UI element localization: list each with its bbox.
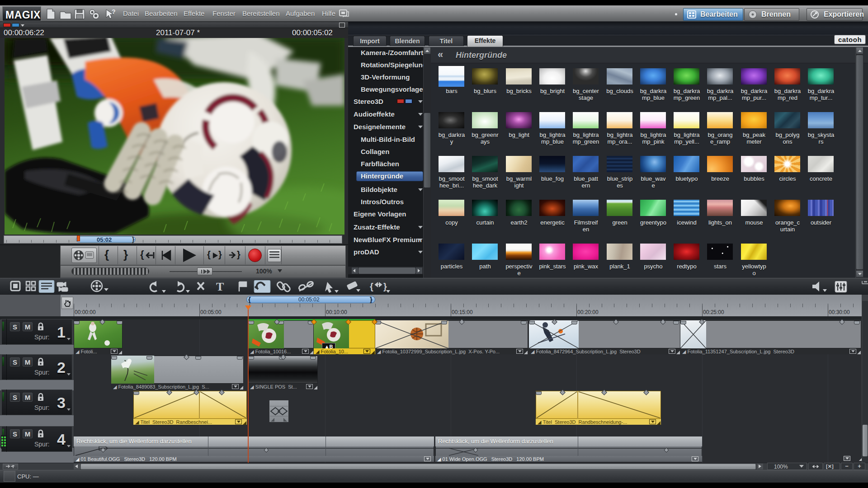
svg-text:?: ? [112,8,116,15]
svg-text:T: T [216,280,224,293]
svg-text:{: { [370,282,373,291]
svg-text:}: } [383,282,387,291]
